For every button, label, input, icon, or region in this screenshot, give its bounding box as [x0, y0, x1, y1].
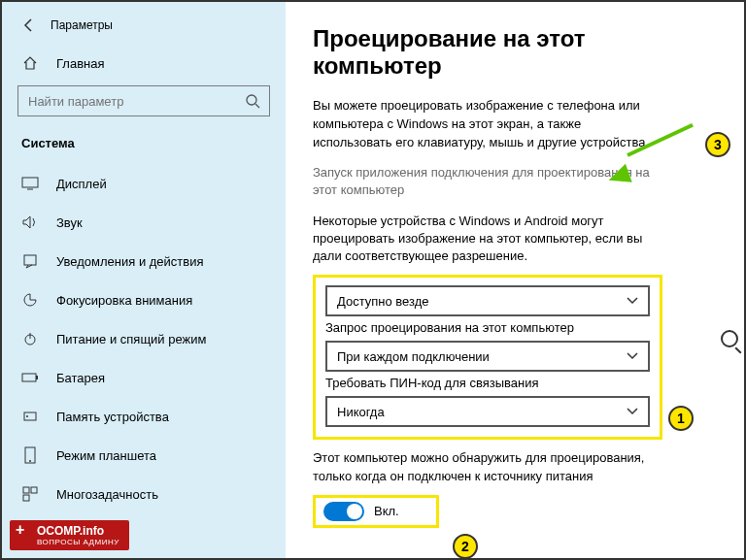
watermark-tag: ВОПРОСЫ АДМИНУ	[37, 538, 119, 546]
chevron-down-icon	[627, 408, 638, 415]
sidebar-item-power[interactable]: Питание и спящий режим	[2, 319, 286, 358]
svg-rect-14	[31, 487, 37, 493]
svg-rect-9	[24, 412, 36, 420]
svg-point-12	[29, 460, 31, 462]
battery-icon	[21, 369, 39, 386]
sidebar-item-label: Многозадачность	[56, 487, 158, 502]
storage-icon	[21, 408, 39, 425]
sidebar-item-battery[interactable]: Батарея	[2, 358, 286, 397]
svg-rect-15	[23, 495, 29, 501]
sidebar-item-multitask[interactable]: Многозадачность	[2, 475, 286, 513]
svg-rect-2	[22, 178, 38, 187]
chevron-down-icon	[627, 297, 638, 305]
svg-rect-13	[23, 487, 29, 493]
sidebar-item-label: Питание и спящий режим	[56, 332, 206, 346]
home-icon	[21, 54, 39, 72]
sidebar-item-tablet[interactable]: Режим планшета	[2, 436, 286, 475]
discover-toggle[interactable]	[323, 502, 364, 521]
svg-rect-4	[24, 255, 36, 265]
display-icon	[21, 175, 39, 192]
back-icon[interactable]	[21, 17, 37, 33]
search-wrap	[2, 82, 286, 126]
sidebar-item-label: Уведомления и действия	[56, 254, 204, 269]
page-desc: Вы можете проецировать изображение с тел…	[313, 97, 662, 152]
select-value: Никогда	[337, 405, 385, 419]
home-nav[interactable]: Главная	[2, 45, 286, 82]
sidebar-item-display[interactable]: Дисплей	[2, 164, 286, 203]
select-value: Доступно везде	[337, 294, 429, 309]
callout-2: 2	[453, 534, 478, 559]
header-row: Параметры	[2, 14, 286, 45]
sidebar-item-sound[interactable]: Звук	[2, 203, 286, 242]
tablet-icon	[21, 446, 39, 464]
pin-select[interactable]: Никогда	[325, 396, 650, 427]
watermark: OCOMP.info ВОПРОСЫ АДМИНУ	[10, 520, 129, 550]
ask-label: Запрос проецирования на этот компьютер	[325, 320, 650, 335]
focus-icon	[21, 291, 39, 309]
main-content: Проецирование на этот компьютер Вы может…	[286, 2, 744, 558]
magnify-icon[interactable]	[721, 330, 738, 347]
sidebar-item-label: Дисплей	[56, 177, 107, 191]
ask-select[interactable]: При каждом подключении	[325, 341, 650, 372]
callout-1: 1	[668, 406, 694, 431]
discover-text: Этот компьютер можно обнаружить для прое…	[313, 449, 662, 484]
discover-toggle-row: Вкл.	[313, 495, 439, 528]
home-label: Главная	[56, 56, 104, 71]
permission-text: Некоторые устройства с Windows и Android…	[313, 213, 662, 266]
sidebar-item-notifications[interactable]: Уведомления и действия	[2, 242, 286, 280]
search-input[interactable]	[17, 85, 270, 116]
settings-group: Доступно везде Запрос проецирования на э…	[313, 275, 662, 440]
category-system: Система	[2, 126, 286, 164]
notifications-icon	[21, 252, 39, 270]
multitask-icon	[21, 485, 39, 503]
page-title: Проецирование на этот компьютер	[313, 25, 717, 80]
callout-3: 3	[705, 132, 730, 157]
sidebar-item-label: Фокусировка внимания	[56, 293, 192, 308]
watermark-brand: OCOMP.info	[37, 524, 104, 538]
sidebar-item-storage[interactable]: Память устройства	[2, 397, 286, 436]
svg-rect-7	[22, 374, 36, 381]
toggle-label: Вкл.	[374, 504, 399, 518]
sidebar-item-label: Память устройства	[56, 410, 169, 424]
sidebar-item-label: Режим планшета	[56, 448, 156, 463]
svg-rect-8	[36, 376, 38, 379]
window-title: Параметры	[51, 18, 113, 32]
power-icon	[21, 330, 39, 347]
sound-icon	[21, 214, 39, 231]
settings-window: Параметры Главная Система Дисплей Звук	[0, 0, 746, 560]
svg-point-10	[26, 415, 28, 417]
select-value: При каждом подключении	[337, 349, 490, 364]
sidebar-item-label: Звук	[56, 215, 83, 230]
sidebar-item-focus[interactable]: Фокусировка внимания	[2, 280, 286, 319]
sidebar-item-label: Батарея	[56, 371, 105, 385]
sidebar: Параметры Главная Система Дисплей Звук	[2, 2, 286, 558]
availability-select[interactable]: Доступно везде	[325, 285, 650, 316]
pin-label: Требовать ПИН-код для связывания	[325, 376, 650, 390]
chevron-down-icon	[627, 352, 638, 360]
